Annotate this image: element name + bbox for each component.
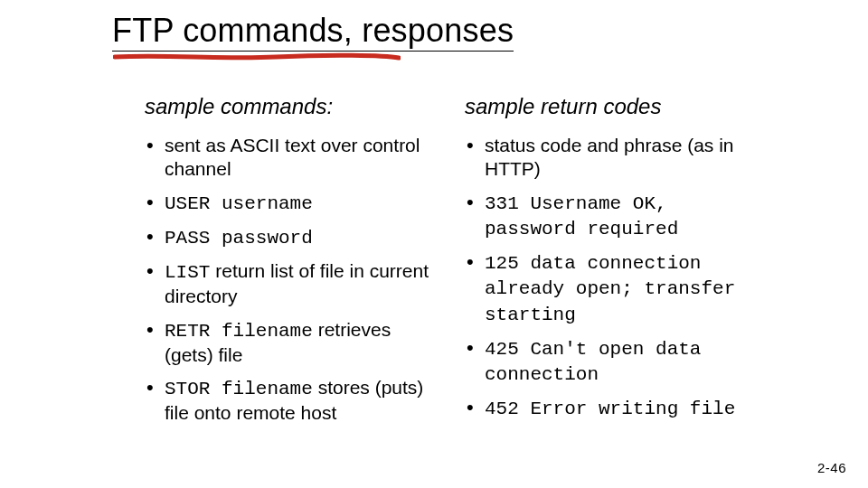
bullet-mono: USER username bbox=[165, 193, 313, 214]
bullet-text: status code and phrase (as in HTTP) bbox=[485, 135, 734, 179]
bullet-text: sent as ASCII text over control channel bbox=[165, 135, 420, 179]
right-bullet-list: status code and phrase (as in HTTP) 331 … bbox=[465, 134, 760, 422]
slide-title: FTP commands, responses bbox=[112, 13, 514, 52]
left-column: sample commands: sent as ASCII text over… bbox=[145, 94, 439, 435]
list-item: LIST return list of file in current dire… bbox=[145, 259, 439, 309]
list-item: RETR filename retrieves (gets) file bbox=[145, 318, 439, 368]
bullet-mono: 331 Username OK, password required bbox=[485, 193, 678, 239]
left-column-header: sample commands: bbox=[145, 94, 439, 119]
list-item: USER username bbox=[145, 191, 439, 216]
list-item: 125 data connection already open; transf… bbox=[465, 250, 760, 327]
title-wrap: FTP commands, responses bbox=[112, 13, 514, 52]
list-item: PASS password bbox=[145, 225, 439, 250]
list-item: 425 Can't open data connection bbox=[465, 336, 760, 388]
bullet-mono: RETR filename bbox=[165, 321, 313, 342]
list-item: 452 Error writing file bbox=[465, 396, 760, 421]
list-item: sent as ASCII text over control channel bbox=[145, 134, 439, 182]
slide: FTP commands, responses sample commands:… bbox=[0, 0, 868, 488]
right-column: sample return codes status code and phra… bbox=[465, 94, 760, 435]
left-bullet-list: sent as ASCII text over control channel … bbox=[145, 134, 439, 426]
bullet-mono: PASS password bbox=[165, 228, 313, 249]
list-item: 331 Username OK, password required bbox=[465, 191, 760, 242]
list-item: status code and phrase (as in HTTP) bbox=[465, 134, 760, 182]
right-column-header: sample return codes bbox=[465, 94, 760, 119]
bullet-mono: 425 Can't open data connection bbox=[485, 339, 701, 385]
columns: sample commands: sent as ASCII text over… bbox=[145, 94, 760, 435]
bullet-mono: LIST bbox=[165, 262, 210, 283]
bullet-mono: 452 Error writing file bbox=[485, 399, 735, 419]
slide-number: 2-46 bbox=[817, 460, 846, 475]
red-underline-icon bbox=[113, 52, 401, 63]
bullet-mono: 125 data connection already open; transf… bbox=[485, 253, 735, 325]
bullet-mono: STOR filename bbox=[165, 379, 313, 399]
list-item: STOR filename stores (puts) file onto re… bbox=[145, 376, 439, 426]
